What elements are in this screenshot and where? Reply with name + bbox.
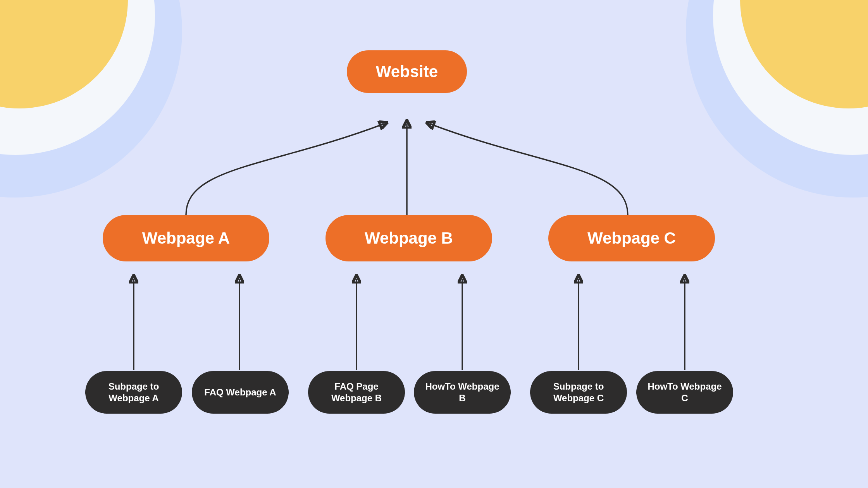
node-label: Webpage C: [587, 229, 676, 247]
node-subpage-webpage-a: Subpage to Webpage A: [85, 371, 182, 414]
node-webpage-c: Webpage C: [548, 215, 715, 261]
node-label: FAQ Webpage A: [204, 387, 276, 398]
node-label: Subpage to Webpage C: [539, 381, 618, 404]
node-label: HowTo Webpage B: [423, 381, 501, 404]
diagram-canvas: Website Webpage A Webpage B Webpage C Su…: [0, 0, 868, 488]
node-website-root: Website: [347, 50, 467, 93]
node-label: Webpage A: [142, 229, 230, 247]
node-label: FAQ Page Webpage B: [317, 381, 396, 404]
node-webpage-a: Webpage A: [103, 215, 269, 261]
node-label: Subpage to Webpage A: [95, 381, 173, 404]
node-label: HowTo Webpage C: [646, 381, 724, 404]
node-label: Webpage B: [365, 229, 453, 247]
node-howto-webpage-b: HowTo Webpage B: [414, 371, 511, 414]
node-label: Website: [376, 62, 438, 81]
node-subpage-webpage-c: Subpage to Webpage C: [530, 371, 627, 414]
node-faq-page-webpage-b: FAQ Page Webpage B: [308, 371, 405, 414]
node-webpage-b: Webpage B: [326, 215, 492, 261]
node-howto-webpage-c: HowTo Webpage C: [636, 371, 733, 414]
node-faq-webpage-a: FAQ Webpage A: [192, 371, 289, 414]
